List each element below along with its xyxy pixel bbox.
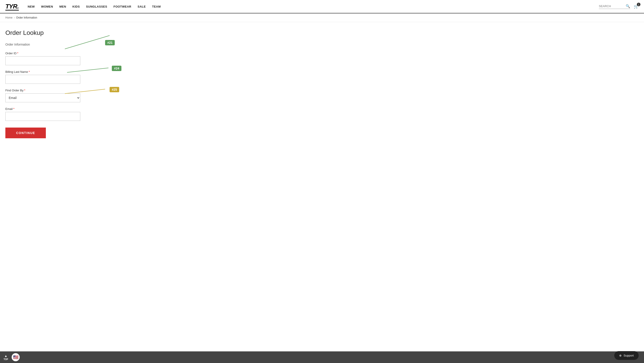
email-required: * [14,107,14,111]
annotation-24-line [67,63,116,77]
site-header: TYR. NEW WOMEN MEN KIDS SUNGLASSES FOOTW… [0,0,644,13]
cart-icon[interactable]: 🛒 1 [634,4,639,9]
nav-footwear[interactable]: FOOTWEAR [113,5,131,8]
cart-badge: 1 [637,3,640,6]
site-logo[interactable]: TYR. [5,3,19,10]
order-id-group: Order ID* [5,52,151,65]
nav-sunglasses[interactable]: SUNGLASSES [86,5,107,8]
breadcrumb: Home › Order Information [0,13,644,22]
search-icon[interactable]: 🔍 [626,4,630,8]
breadcrumb-separator: › [14,16,15,19]
nav-team[interactable]: TEAM [152,5,161,8]
email-label: Email* [5,107,151,111]
breadcrumb-current: Order Information [16,16,37,19]
search-input[interactable] [599,4,626,8]
header-right: 🔍 🛒 1 [599,4,639,9]
annotation-21-line [65,31,123,53]
search-box[interactable]: 🔍 [599,4,630,9]
find-order-by-required: * [24,89,25,92]
svg-line-0 [65,35,110,49]
page-wrapper: Order Lookup Order Information Order ID*… [0,22,644,145]
svg-line-1 [67,68,108,72]
email-group: Email* [5,107,151,121]
continue-button[interactable]: CONTINUE [5,128,46,138]
svg-line-2 [65,89,105,94]
nav-women[interactable]: WOMEN [41,5,53,8]
breadcrumb-home[interactable]: Home [5,16,12,19]
nav-new[interactable]: NEW [28,5,35,8]
order-id-required: * [17,52,18,55]
main-nav: NEW WOMEN MEN KIDS SUNGLASSES FOOTWEAR S… [28,5,599,8]
nav-men[interactable]: MEN [59,5,66,8]
annotation-25-line [65,85,114,98]
nav-sale[interactable]: SALE [138,5,146,8]
email-input[interactable] [5,112,80,121]
billing-last-name-required: * [28,70,30,73]
nav-kids[interactable]: KIDS [72,5,80,8]
